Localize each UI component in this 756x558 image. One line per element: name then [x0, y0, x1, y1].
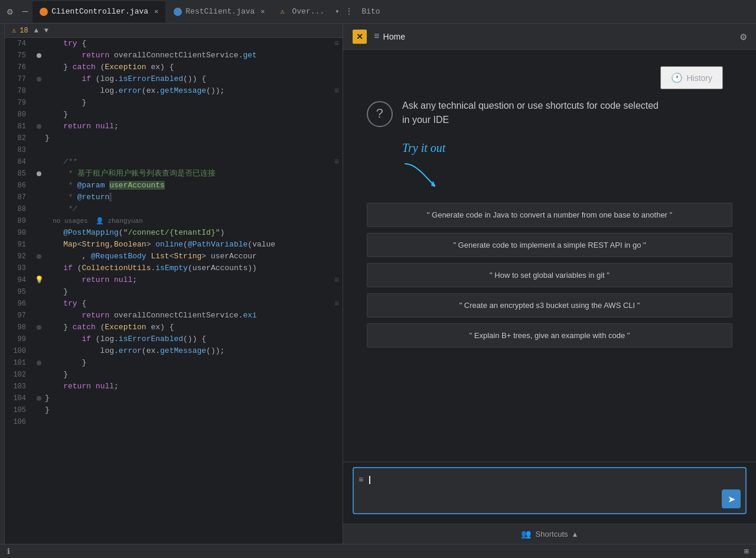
code-line-91: 91 Map<String,Boolean> online(@PathVaria…	[5, 239, 343, 251]
bito-close-button[interactable]: ✕	[353, 30, 367, 44]
line-code-74: try {	[45, 38, 331, 50]
gutter-92	[33, 254, 45, 259]
line-num-88: 88	[5, 203, 33, 215]
line-num-93: 93	[5, 262, 33, 274]
tab-overflow-btn[interactable]: ▾	[333, 5, 341, 18]
shortcuts-button[interactable]: Shortcuts ▲	[536, 530, 579, 538]
line-num-82: 82	[5, 132, 33, 144]
suggestion-btn-4[interactable]: " Explain B+ trees, give an example with…	[367, 323, 732, 348]
code-line-75: 75 return overallConnectClientService.ge…	[5, 50, 343, 61]
code-line-101: 101 }	[5, 357, 343, 369]
line-code-100: log.error(ex.getMessage());	[45, 345, 331, 357]
code-line-95: 95 }	[5, 286, 343, 298]
bito-input-cursor-text	[367, 473, 373, 487]
tab-close-client-controller[interactable]: ✕	[154, 7, 158, 16]
eq-84: ≡	[331, 156, 343, 168]
bito-welcome-text: Ask any technical question or use shortc…	[402, 99, 659, 127]
bito-send-button[interactable]: ➤	[722, 489, 741, 508]
try-it-text: Try it out	[402, 141, 445, 155]
gear-icon[interactable]: ⚙	[5, 4, 15, 20]
bito-home-icon: ≡	[374, 31, 380, 42]
code-line-90: 90 @PostMapping("/connect/{tenantId}")	[5, 227, 343, 239]
text-cursor	[369, 476, 370, 484]
line-code-97: return overallConnectClientService.exi	[45, 310, 331, 322]
tab-menu-btn[interactable]: ⋮	[343, 4, 356, 19]
gutter-dot-85	[37, 171, 41, 176]
line-code-89: no usages 👤 zhangyuan	[45, 215, 331, 227]
bito-panel: ✕ ≡ Home ⚙ 🕐 History ? Ask	[343, 24, 756, 544]
code-area: 74 try { ≡ 75 return overallConnectClien…	[5, 38, 343, 544]
bito-home-label: Home	[383, 32, 405, 41]
line-num-104: 104	[5, 392, 33, 404]
tab-over[interactable]: ⚠ Over...	[273, 1, 332, 22]
bito-header: ✕ ≡ Home ⚙	[343, 24, 756, 50]
gutter-dot-101	[37, 361, 41, 365]
code-line-80: 80 }	[5, 109, 343, 121]
gutter-104	[33, 396, 45, 401]
line-code-98: } catch (Exception ex) {	[45, 322, 331, 333]
warning-nav-down[interactable]: ▼	[44, 27, 48, 35]
line-num-81: 81	[5, 121, 33, 132]
bito-tab-label: Bito	[361, 7, 380, 16]
bito-input-box[interactable]: ≡ ➤	[353, 467, 747, 514]
suggestion-btn-2[interactable]: " How to set global variables in git "	[367, 263, 732, 287]
code-line-92: 92 , @RequestBody List<String> userAccou…	[5, 251, 343, 262]
tab-file-icon-blue	[174, 8, 182, 16]
line-code-102: }	[45, 369, 331, 381]
gutter-75	[33, 53, 45, 58]
bito-welcome: ? Ask any technical question or use shor…	[367, 99, 732, 127]
history-button[interactable]: 🕐 History	[660, 66, 723, 89]
line-num-86: 86	[5, 180, 33, 192]
gutter-dot-75	[37, 53, 41, 58]
bito-bottom-bar: 👥 Shortcuts ▲	[343, 524, 756, 544]
suggestion-btn-0[interactable]: " Generate code in Java to convert a num…	[367, 203, 732, 227]
warning-icon: ⚠	[12, 26, 16, 35]
warning-nav-up[interactable]: ▲	[34, 27, 38, 35]
code-line-100: 100 log.error(ex.getMessage());	[5, 345, 343, 357]
code-line-77: 77 if (log.isErrorEnabled()) {	[5, 73, 343, 85]
code-line-78: 78 log.error(ex.getMessage()); ≡	[5, 85, 343, 97]
code-line-106: 106	[5, 416, 343, 428]
gutter-dot-92	[37, 254, 41, 259]
gutter-dot-77	[37, 77, 41, 82]
suggestion-btn-3[interactable]: " Create an encrypted s3 bucket using th…	[367, 293, 732, 317]
tab-rest-client[interactable]: RestClient.java ✕	[167, 1, 272, 22]
history-row: 🕐 History	[367, 61, 732, 89]
shortcuts-people-icon: 👥	[521, 529, 531, 539]
bito-input-area: ≡ ➤	[343, 462, 756, 524]
suggestion-btn-1[interactable]: " Generate code to implement a simple RE…	[367, 233, 732, 257]
code-line-84: 84 /** ≡	[5, 156, 343, 168]
line-code-77: if (log.isErrorEnabled()) {	[45, 73, 331, 85]
code-line-103: 103 return null;	[5, 381, 343, 392]
line-code-91: Map<String,Boolean> online(@PathVariable…	[45, 239, 331, 251]
history-label: History	[686, 73, 712, 83]
bito-settings-icon[interactable]: ⚙	[740, 31, 747, 43]
line-num-103: 103	[5, 381, 33, 392]
tab-client-controller[interactable]: ClientController.java ✕	[32, 1, 165, 22]
try-it-arrow-svg	[399, 163, 447, 189]
line-num-85: 85	[5, 168, 33, 180]
tab-close-rest-client[interactable]: ✕	[260, 7, 265, 16]
top-bar-left: ⚙ —	[5, 4, 30, 20]
line-code-82: }	[45, 132, 331, 144]
gutter-dot-98	[37, 325, 41, 330]
tab-file-icon-orange	[40, 8, 48, 16]
line-code-78: log.error(ex.getMessage());	[45, 85, 331, 97]
line-code-81: return null;	[45, 121, 331, 132]
gutter-94: 💡	[33, 274, 45, 286]
line-num-98: 98	[5, 322, 33, 333]
tab-label-client-controller: ClientController.java	[51, 7, 148, 16]
code-line-93: 93 if (CollectionUtils.isEmpty(userAccou…	[5, 262, 343, 274]
minimize-icon[interactable]: —	[20, 4, 31, 20]
shortcuts-label: Shortcuts	[536, 530, 568, 538]
line-num-105: 105	[5, 404, 33, 416]
code-editor: ⚠ 18 ▲ ▼ 74 try { ≡ 75 retur	[5, 24, 343, 544]
line-num-99: 99	[5, 333, 33, 345]
line-num-90: 90	[5, 227, 33, 239]
line-num-83: 83	[5, 144, 33, 156]
line-code-94: return null;	[45, 274, 331, 286]
tab-label-rest-client: RestClient.java	[185, 7, 255, 16]
warning-bar: ⚠ 18 ▲ ▼	[5, 24, 343, 38]
line-code-80: }	[45, 109, 331, 121]
input-prefix-icon: ≡	[359, 475, 363, 485]
